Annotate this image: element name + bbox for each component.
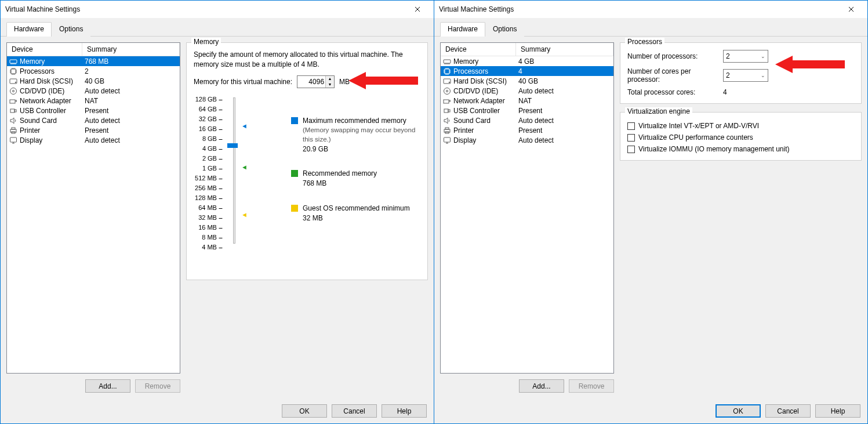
device-row-cd-dvd[interactable]: CD/DVD (IDE)Auto detect xyxy=(7,86,180,96)
ok-button[interactable]: OK xyxy=(282,404,327,418)
slider-tick: 64 GB ‒ xyxy=(194,105,223,113)
perf-checkbox[interactable] xyxy=(627,134,635,142)
memory-slider[interactable]: ◄ ◄ ◄ xyxy=(225,95,248,246)
device-row-processors[interactable]: Processors2 xyxy=(7,66,180,76)
device-summary: 4 GB xyxy=(516,57,613,66)
tab-options[interactable]: Options xyxy=(52,22,90,37)
rec-value: 768 MB xyxy=(303,179,377,189)
device-summary: 40 GB xyxy=(82,77,180,85)
add-button[interactable]: Add... xyxy=(519,379,564,393)
processors-groupbox: Processors Number of processors: 2 ⌄ Num… xyxy=(620,42,862,104)
device-row-memory[interactable]: Memory4 GB xyxy=(441,56,613,66)
spinner-down-icon[interactable]: ▼ xyxy=(326,82,334,88)
device-name: Hard Disk (SCSI) xyxy=(20,77,73,85)
device-row-sound[interactable]: Sound CardAuto detect xyxy=(7,115,180,125)
processors-group-label: Processors xyxy=(625,38,664,46)
tab-options[interactable]: Options xyxy=(485,22,524,37)
cancel-button[interactable]: Cancel xyxy=(332,404,377,418)
device-name: CD/DVD (IDE) xyxy=(20,87,64,95)
memory-field-label: Memory for this virtual machine: xyxy=(194,78,292,86)
device-row-net[interactable]: Network AdapterNAT xyxy=(7,96,180,106)
min-value: 32 MB xyxy=(303,213,410,223)
svg-rect-22 xyxy=(448,110,450,112)
tab-hardware[interactable]: Hardware xyxy=(440,22,485,37)
iommu-checkbox[interactable] xyxy=(627,146,635,153)
net-icon xyxy=(9,97,17,105)
titlebar: Virtual Machine Settings xyxy=(434,1,867,18)
device-row-hard-disk[interactable]: Hard Disk (SCSI)40 GB xyxy=(441,76,613,86)
max-label: Maximum recommended memory xyxy=(303,116,420,126)
device-summary: 768 MB xyxy=(82,57,180,66)
memory-group-label: Memory xyxy=(191,38,221,46)
slider-tick: 4 GB ‒ xyxy=(194,144,223,153)
chevron-down-icon: ⌄ xyxy=(761,73,765,78)
display-icon xyxy=(9,136,17,144)
memory-input[interactable] xyxy=(297,78,325,86)
device-summary: 40 GB xyxy=(516,77,613,85)
device-row-usb[interactable]: USB ControllerPresent xyxy=(7,106,180,115)
device-row-display[interactable]: DisplayAuto detect xyxy=(441,135,613,145)
svg-point-18 xyxy=(444,88,451,94)
spinner-up-icon[interactable]: ▲ xyxy=(326,76,334,82)
device-summary: Present xyxy=(516,107,613,115)
vt-checkbox[interactable] xyxy=(627,122,635,130)
close-button[interactable] xyxy=(406,1,429,17)
help-button[interactable]: Help xyxy=(382,404,427,418)
tab-hardware[interactable]: Hardware xyxy=(6,22,52,37)
svg-rect-21 xyxy=(444,109,448,113)
svg-point-17 xyxy=(449,82,450,83)
printer-icon xyxy=(9,126,17,135)
slider-tick: 2 GB ‒ xyxy=(194,154,223,162)
col-device[interactable]: Device xyxy=(441,43,516,56)
device-list[interactable]: Device Summary Memory768 MBProcessors2Ha… xyxy=(6,42,180,374)
col-device[interactable]: Device xyxy=(7,43,82,56)
slider-thumb[interactable] xyxy=(227,143,238,148)
slider-tick: 32 MB ‒ xyxy=(194,213,223,222)
slider-tick: 16 GB ‒ xyxy=(194,125,223,133)
cancel-button[interactable]: Cancel xyxy=(765,404,811,418)
device-list[interactable]: Device Summary Memory4 GBProcessors4Hard… xyxy=(440,42,614,374)
device-row-usb[interactable]: USB ControllerPresent xyxy=(441,106,613,115)
close-button[interactable] xyxy=(840,1,863,17)
device-name: Processors xyxy=(20,67,55,75)
add-button[interactable]: Add... xyxy=(85,379,130,393)
cd-dvd-icon xyxy=(443,87,451,95)
device-row-sound[interactable]: Sound CardAuto detect xyxy=(441,115,613,125)
device-name: CD/DVD (IDE) xyxy=(453,87,498,95)
memory-spinner[interactable]: ▲ ▼ xyxy=(297,75,335,88)
device-row-display[interactable]: DisplayAuto detect xyxy=(7,135,180,145)
num-processors-select[interactable]: 2 ⌄ xyxy=(723,50,768,63)
svg-rect-12 xyxy=(10,137,17,142)
device-summary: Auto detect xyxy=(82,87,180,95)
iommu-label: Virtualize IOMMU (IO memory management u… xyxy=(638,145,790,153)
device-row-net[interactable]: Network AdapterNAT xyxy=(441,96,613,106)
col-summary[interactable]: Summary xyxy=(82,43,180,56)
device-summary: 4 xyxy=(516,67,613,75)
memory-description: Specify the amount of memory allocated t… xyxy=(194,50,420,70)
memory-groupbox: Memory Specify the amount of memory allo… xyxy=(186,42,428,280)
ok-button[interactable]: OK xyxy=(716,404,761,418)
net-icon xyxy=(443,97,451,105)
device-row-memory[interactable]: Memory768 MB xyxy=(7,56,180,66)
cores-per-proc-select[interactable]: 2 ⌄ xyxy=(723,69,768,82)
device-name: Memory xyxy=(453,57,478,66)
svg-rect-20 xyxy=(444,100,449,103)
display-icon xyxy=(443,136,451,144)
svg-rect-1 xyxy=(11,69,16,74)
hard-disk-icon xyxy=(9,77,17,85)
col-summary[interactable]: Summary xyxy=(516,43,613,56)
device-name: Network Adapter xyxy=(20,97,71,105)
remove-button: Remove xyxy=(135,379,180,393)
slider-tick: 128 GB ‒ xyxy=(194,95,223,103)
device-row-printer[interactable]: PrinterPresent xyxy=(441,125,613,135)
device-row-cd-dvd[interactable]: CD/DVD (IDE)Auto detect xyxy=(441,86,613,96)
device-summary: NAT xyxy=(516,97,613,105)
device-row-processors[interactable]: Processors4 xyxy=(441,66,613,76)
device-summary: Auto detect xyxy=(82,136,180,144)
device-row-printer[interactable]: PrinterPresent xyxy=(7,125,180,135)
help-button[interactable]: Help xyxy=(815,404,860,418)
memory-icon xyxy=(443,57,451,66)
slider-tick: 32 GB ‒ xyxy=(194,115,223,123)
device-row-hard-disk[interactable]: Hard Disk (SCSI)40 GB xyxy=(7,76,180,86)
close-icon xyxy=(415,6,420,12)
